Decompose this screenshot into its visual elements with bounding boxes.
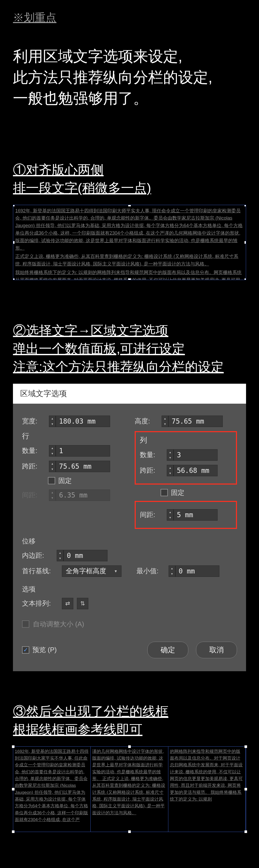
stepper-up-icon[interactable]: ▲: [167, 450, 173, 455]
selection-handle[interactable]: [12, 745, 14, 748]
rows-span-stepper[interactable]: ▲▼: [49, 461, 110, 472]
stepper-down-icon[interactable]: ▼: [167, 455, 173, 460]
cols-fixed-checkbox[interactable]: [161, 489, 168, 496]
cols-span-stepper[interactable]: ▲▼: [167, 465, 218, 476]
cols-gutter-input[interactable]: [173, 509, 218, 521]
textflow-vertical-button[interactable]: ⇅: [77, 598, 88, 609]
cols-span-label: 跨距:: [140, 466, 163, 475]
stepper-up-icon: ▲: [49, 490, 56, 495]
selection-handle[interactable]: [12, 788, 14, 790]
rows-count-input[interactable]: [56, 445, 110, 457]
selection-handle[interactable]: [245, 278, 246, 280]
step-1-title-line-2: 排一段文字(稍微多一点): [13, 179, 246, 197]
area-type-options-dialog: 区域文字选项 宽度: ▲▼ 高度: ▲▼: [13, 384, 246, 671]
rows-group-label: 行: [22, 431, 124, 441]
sample-text-frame[interactable]: 1692年, 新登基的法国国王路易十四得到法国印刷大师平实夫人事, 现任命令成立…: [13, 205, 246, 280]
rows-count-stepper[interactable]: ▲▼: [49, 445, 110, 457]
stepper-up-icon[interactable]: ▲: [162, 416, 168, 421]
autosize-checkbox: [22, 620, 29, 628]
selection-handle[interactable]: [128, 745, 131, 748]
cols-count-label: 数量:: [140, 450, 163, 459]
stepper-up-icon[interactable]: ▲: [49, 445, 56, 451]
textflow-label: 文本排列:: [22, 599, 58, 608]
preview-label: 预览 (P): [32, 645, 57, 654]
rows-gutter-input: [56, 490, 110, 501]
cancel-button[interactable]: 取消: [196, 642, 237, 658]
selection-handle[interactable]: [128, 205, 131, 206]
autosize-label: 自动调整大小 (A): [33, 620, 84, 629]
textflow-horizontal-icon: ⇄: [65, 600, 70, 607]
width-label: 宽度:: [22, 416, 45, 426]
selection-handle[interactable]: [128, 830, 131, 833]
stepper-up-icon[interactable]: ▲: [167, 465, 173, 470]
stepper-up-icon[interactable]: ▲: [57, 550, 63, 556]
columned-text-frame[interactable]: 1692年, 新登基的法国国王路易十四得到法国印刷大家平实不华人事, 任此命令成…: [13, 746, 246, 832]
step-1-title-line-1: ①对齐版心两侧: [13, 161, 246, 179]
stepper-down-icon: ▼: [49, 495, 56, 501]
height-stepper[interactable]: ▲▼: [162, 415, 223, 427]
step-3-title: ③然后会出现了分栏的线框 根据线框画参考线即可: [13, 702, 246, 739]
selection-handle[interactable]: [245, 788, 247, 790]
stepper-up-icon[interactable]: ▲: [169, 566, 175, 571]
cols-gutter-label: 间距:: [140, 510, 163, 519]
height-input[interactable]: [168, 415, 223, 427]
cols-span-input[interactable]: [173, 465, 218, 476]
selection-handle[interactable]: [245, 241, 246, 244]
options-group-label: 选项: [22, 585, 237, 594]
baseline-label: 首行基线:: [22, 566, 58, 576]
stepper-down-icon[interactable]: ▼: [162, 421, 168, 427]
step-3-title-line-2: 根据线框画参考线即可: [13, 720, 246, 739]
rows-span-input[interactable]: [56, 461, 110, 472]
width-stepper[interactable]: ▲▼: [49, 415, 110, 427]
highlight-header: ※划重点: [13, 10, 57, 25]
rows-fixed-checkbox[interactable]: [48, 477, 55, 484]
selection-handle[interactable]: [13, 205, 14, 206]
intro-line-3: 一般也勉强够用了。: [13, 88, 246, 108]
baseline-select[interactable]: 全角字框高度 ▼: [62, 565, 122, 577]
selection-handle[interactable]: [245, 205, 246, 206]
stepper-down-icon[interactable]: ▼: [49, 466, 56, 472]
sample-paragraph-1: 1692年, 新登基的法国国王路易十四得到法国印刷大师平实夫人事, 现任命令成立…: [15, 207, 244, 252]
stepper-down-icon[interactable]: ▼: [167, 515, 173, 520]
selection-handle[interactable]: [12, 830, 14, 833]
inset-stepper[interactable]: ▲▼: [57, 550, 107, 561]
textflow-horizontal-button[interactable]: ⇄: [62, 598, 73, 609]
cols-count-input[interactable]: [173, 449, 218, 461]
column-2-text: 谨的几何网格网络中设计字体的形状, 版面的编排, 试验传达功能的效能, 这是世界…: [92, 748, 166, 816]
selection-handle[interactable]: [245, 745, 247, 748]
stepper-down-icon[interactable]: ▼: [169, 571, 175, 577]
sample-paragraph-2: 正式定义上说, 栅格更为准确些, 从其百科里查到栅格的定义为: 栅格设计系统 (…: [15, 253, 244, 268]
stepper-down-icon[interactable]: ▼: [167, 470, 173, 476]
ok-button[interactable]: 确定: [148, 642, 188, 658]
min-input[interactable]: [175, 565, 219, 577]
selection-handle[interactable]: [13, 278, 14, 280]
cols-gutter-stepper[interactable]: ▲▼: [167, 509, 218, 521]
preview-checkbox[interactable]: [22, 646, 29, 654]
text-column-3: 的网格阵列来指导和规范网页中的版面布局以及信息分布。对于网页设计总归网格系统中发…: [168, 747, 246, 832]
columns-highlight-box: 列 数量: ▲▼ 跨距: ▲▼: [135, 431, 237, 485]
columns-group-label: 列: [140, 435, 232, 445]
intro-text: 利用区域文字选项来设定, 此方法只推荐纵向分栏的设定, 一般也勉强够用了。: [13, 45, 246, 109]
selection-handle[interactable]: [245, 830, 247, 833]
column-3-text: 的网格阵列来指导和规范网页中的版面布局以及信息分布。对于网页设计总归网格系统中发…: [170, 748, 244, 803]
selection-handle[interactable]: [13, 241, 14, 244]
textflow-vertical-icon: ⇅: [80, 600, 85, 607]
width-input[interactable]: [56, 415, 110, 427]
height-label: 高度:: [135, 416, 158, 426]
rows-fixed-label: 固定: [58, 476, 72, 485]
dialog-title: 区域文字选项: [13, 384, 246, 404]
stepper-up-icon[interactable]: ▲: [49, 461, 56, 466]
text-column-1: 1692年, 新登基的法国国王路易十四得到法国印刷大家平实不华人事, 任此命令成…: [13, 747, 91, 832]
offset-group-label: 位移: [22, 537, 237, 546]
stepper-down-icon[interactable]: ▼: [49, 451, 56, 456]
cols-count-stepper[interactable]: ▲▼: [167, 449, 218, 461]
stepper-down-icon[interactable]: ▼: [57, 556, 63, 561]
column-1-text: 1692年, 新登基的法国国王路易十四得到法国印刷大家平实不华人事, 任此命令成…: [15, 748, 89, 824]
text-column-2: 谨的几何网格网络中设计字体的形状, 版面的编排, 试验传达功能的效能, 这是世界…: [91, 747, 168, 832]
stepper-up-icon[interactable]: ▲: [167, 509, 173, 515]
min-stepper[interactable]: ▲▼: [169, 565, 219, 577]
intro-line-1: 利用区域文字选项来设定,: [13, 45, 246, 67]
stepper-down-icon[interactable]: ▼: [49, 421, 56, 427]
inset-input[interactable]: [63, 550, 107, 561]
stepper-up-icon[interactable]: ▲: [49, 416, 56, 421]
